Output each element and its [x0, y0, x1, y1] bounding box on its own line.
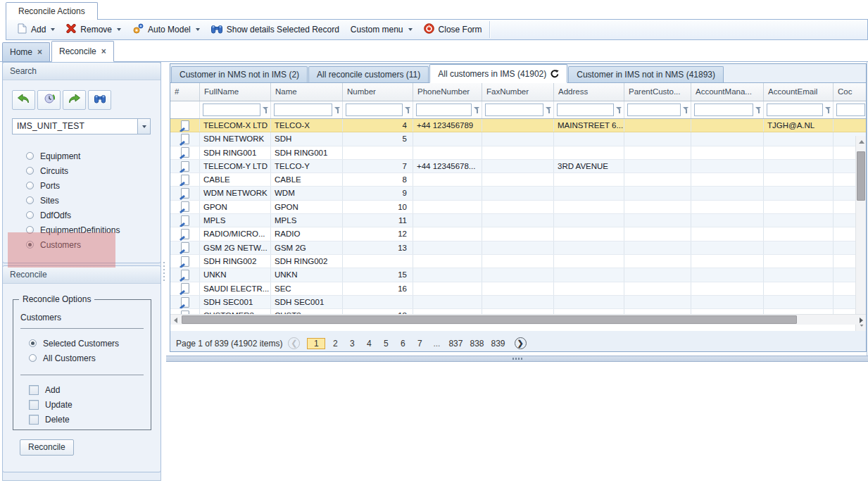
reconcile-scope-option[interactable]: Selected Customers: [13, 336, 151, 351]
tab-reconcile[interactable]: Reconcile: [51, 41, 114, 62]
show-details-button[interactable]: Show details Selected Record: [206, 21, 345, 38]
filter-funnel-icon[interactable]: [263, 106, 269, 114]
filter-input[interactable]: [485, 104, 543, 116]
filter-input[interactable]: [767, 104, 823, 116]
find-button[interactable]: [88, 90, 111, 110]
search-entity-option-customers[interactable]: Customers: [3, 237, 161, 252]
pager-page-number[interactable]: 3: [345, 338, 359, 349]
horizontal-scrollbar[interactable]: [170, 314, 866, 325]
pager-page-number[interactable]: 838: [467, 338, 486, 349]
radio-icon[interactable]: [29, 354, 37, 362]
column-header[interactable]: Coc: [834, 83, 866, 101]
scroll-up-icon[interactable]: [859, 140, 864, 144]
dropdown-button[interactable]: [137, 119, 150, 134]
add-button[interactable]: Add: [12, 21, 61, 38]
filter-input[interactable]: [416, 104, 472, 116]
edit-record-icon[interactable]: [181, 201, 189, 212]
filter-funnel-icon[interactable]: [405, 106, 411, 114]
remove-button[interactable]: Remove: [61, 21, 127, 38]
column-header[interactable]: AccountEmail: [764, 83, 834, 101]
vertical-scrollbar[interactable]: [855, 136, 866, 331]
vertical-scrollbar-thumb[interactable]: [857, 151, 865, 201]
table-row[interactable]: RADIO/MICRO...RADIO12: [170, 227, 866, 241]
scroll-right-icon[interactable]: [860, 318, 863, 323]
grid-tab[interactable]: All customers in IMS (41902): [429, 64, 567, 83]
pager-page-number[interactable]: 837: [446, 338, 465, 349]
filter-input[interactable]: [557, 104, 614, 116]
table-row[interactable]: TELECOM-X LTDTELCO-X4+44 123456789MAINST…: [170, 119, 866, 132]
filter-input[interactable]: [836, 104, 865, 116]
table-row[interactable]: WDM NETWORKWDM9: [170, 187, 866, 200]
filter-funnel-icon[interactable]: [546, 106, 552, 114]
radio-icon[interactable]: [26, 152, 34, 160]
pager-page-number[interactable]: 1: [307, 338, 325, 349]
edit-record-icon[interactable]: [181, 215, 189, 226]
edit-record-icon[interactable]: [181, 134, 189, 144]
table-row[interactable]: SDH RING001SDH RING001: [170, 146, 866, 160]
ribbon-tab-reconcile-actions[interactable]: Reconcile Actions: [6, 2, 98, 20]
radio-icon[interactable]: [26, 211, 34, 219]
radio-icon[interactable]: [29, 339, 37, 347]
pager-page-number[interactable]: 5: [379, 338, 393, 349]
table-row[interactable]: GSM 2G NETW...GSM 2G13: [170, 242, 866, 255]
grid-tab[interactable]: All reconcile customers (11): [308, 66, 429, 82]
pager-page-number[interactable]: 839: [489, 338, 508, 349]
pager-page-number[interactable]: 6: [396, 338, 410, 349]
column-header[interactable]: PhoneNumber: [413, 83, 482, 101]
redo-arrow-button[interactable]: [63, 90, 86, 110]
pager-page-number[interactable]: 4: [362, 338, 376, 349]
search-entity-option-circuits[interactable]: Circuits: [3, 163, 161, 178]
radio-icon[interactable]: [26, 226, 34, 234]
tab-home[interactable]: Home: [2, 42, 50, 61]
edit-record-icon[interactable]: [181, 256, 189, 267]
search-entity-option-sites[interactable]: Sites: [3, 193, 161, 208]
pager-page-number[interactable]: 2: [328, 338, 342, 349]
column-header[interactable]: AccountMana...: [691, 83, 764, 101]
history-clock-button[interactable]: [37, 90, 61, 110]
search-profile-dropdown[interactable]: IMS_UNIT_TEST: [12, 118, 151, 134]
custom-menu-button[interactable]: Custom menu: [345, 21, 418, 38]
filter-input[interactable]: [203, 104, 260, 116]
vertical-splitter[interactable]: [161, 62, 166, 481]
reconcile-action-option[interactable]: Add: [13, 382, 151, 397]
table-row[interactable]: CABLECABLE8: [170, 173, 866, 187]
search-entity-option-equipmentdefinitions[interactable]: EquipmentDefinitions: [3, 222, 161, 237]
checkbox-icon[interactable]: [29, 400, 39, 410]
filter-input[interactable]: [274, 104, 332, 116]
edit-record-icon[interactable]: [181, 161, 189, 172]
checkbox-icon[interactable]: [29, 385, 39, 395]
edit-record-icon[interactable]: [181, 270, 189, 280]
search-entity-option-equipment[interactable]: Equipment: [3, 149, 161, 163]
table-row[interactable]: SAUDI ELECTR...SEC16: [170, 282, 866, 296]
filter-input[interactable]: [627, 104, 681, 116]
edit-record-icon[interactable]: [181, 242, 189, 253]
column-header[interactable]: Name: [271, 83, 343, 101]
table-row[interactable]: GPONGPON10: [170, 201, 866, 214]
filter-funnel-icon[interactable]: [755, 106, 762, 114]
table-row[interactable]: SDH NETWORKSDH5: [170, 132, 866, 146]
column-header[interactable]: FullName: [200, 83, 271, 101]
reconcile-action-option[interactable]: Update: [13, 397, 151, 412]
edit-record-icon[interactable]: [181, 297, 189, 308]
column-header[interactable]: FaxNumber: [482, 83, 554, 101]
table-row[interactable]: MPLSMPLS11: [170, 214, 866, 227]
close-form-button[interactable]: Close Form: [418, 21, 488, 38]
grid-tab[interactable]: Customer in IMS not in NMS (41893): [568, 66, 724, 82]
undo-arrow-button[interactable]: [12, 90, 35, 110]
filter-funnel-icon[interactable]: [683, 106, 689, 114]
grid-tab[interactable]: Customer in NMS not in IMS (2): [171, 66, 308, 82]
filter-input[interactable]: [346, 104, 403, 116]
refresh-icon[interactable]: [551, 70, 559, 78]
edit-record-icon[interactable]: [181, 175, 189, 185]
column-header[interactable]: Number: [343, 83, 413, 101]
close-icon[interactable]: [101, 48, 106, 55]
edit-record-icon[interactable]: [181, 188, 189, 199]
pager-next-button[interactable]: ❯: [515, 337, 527, 349]
pager-prev-button[interactable]: ❮: [288, 337, 300, 349]
radio-icon[interactable]: [26, 182, 34, 189]
search-entity-option-ports[interactable]: Ports: [3, 178, 161, 193]
reconcile-button[interactable]: Reconcile: [20, 439, 74, 456]
reconcile-scope-option[interactable]: All Customers: [13, 351, 151, 365]
checkbox-icon[interactable]: [29, 415, 39, 425]
search-entity-option-ddfodfs[interactable]: DdfOdfs: [3, 208, 161, 222]
